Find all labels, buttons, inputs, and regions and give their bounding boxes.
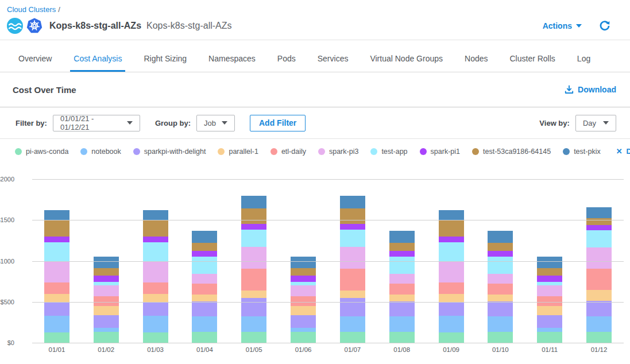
- bar-segment-notebook[interactable]: [44, 316, 69, 332]
- bar-segment-sparkpi-with-delight[interactable]: [241, 298, 266, 316]
- stacked-bar-01/09[interactable]: [439, 210, 464, 343]
- stacked-bar-01/10[interactable]: [488, 231, 513, 343]
- refresh-button[interactable]: [599, 20, 610, 32]
- stacked-bar-01/05[interactable]: [241, 196, 266, 343]
- bar-segment-test-pkix[interactable]: [488, 231, 513, 243]
- bar-segment-test-app[interactable]: [586, 230, 612, 247]
- bar-segment-pi-aws-conda[interactable]: [192, 332, 217, 343]
- tab-services[interactable]: Services: [314, 40, 352, 72]
- bar-segment-parallel-1[interactable]: [488, 295, 513, 301]
- bar-segment-pi-aws-conda[interactable]: [586, 332, 612, 343]
- bar-segment-etl-daily[interactable]: [192, 284, 217, 295]
- tab-right-sizing[interactable]: Right Sizing: [140, 40, 190, 72]
- bar-segment-parallel-1[interactable]: [439, 294, 464, 302]
- bar-segment-pi-aws-conda[interactable]: [241, 332, 266, 343]
- bar-segment-test-53ca9186-64145[interactable]: [143, 220, 168, 237]
- bar-segment-parallel-1[interactable]: [143, 294, 168, 302]
- bar-segment-sparkpi-with-delight[interactable]: [439, 302, 464, 316]
- bar-segment-etl-daily[interactable]: [94, 296, 119, 306]
- tab-namespaces[interactable]: Namespaces: [205, 40, 259, 72]
- tab-pods[interactable]: Pods: [274, 40, 299, 72]
- bar-segment-pi-aws-conda[interactable]: [537, 332, 562, 343]
- download-button[interactable]: Download: [565, 85, 616, 94]
- deselect-all-button[interactable]: ✕Deselect All: [616, 147, 630, 156]
- bar-segment-test-53ca9186-64145[interactable]: [44, 220, 69, 237]
- bar-segment-pi-aws-conda[interactable]: [143, 332, 168, 343]
- bar-segment-test-pkix[interactable]: [44, 210, 69, 220]
- bar-segment-spark-pi3[interactable]: [143, 261, 168, 283]
- bar-segment-parallel-1[interactable]: [389, 295, 415, 301]
- bar-segment-parallel-1[interactable]: [340, 291, 365, 299]
- bar-segment-spark-pi3[interactable]: [340, 247, 365, 269]
- bar-segment-spark-pi1[interactable]: [44, 237, 69, 242]
- legend-item-notebook[interactable]: notebook: [80, 148, 121, 156]
- bar-segment-spark-pi1[interactable]: [586, 225, 612, 230]
- bar-segment-spark-pi3[interactable]: [241, 247, 266, 269]
- bar-segment-parallel-1[interactable]: [192, 295, 217, 301]
- stacked-bar-01/04[interactable]: [192, 231, 217, 343]
- bar-segment-test-53ca9186-64145[interactable]: [340, 208, 365, 223]
- bar-segment-sparkpi-with-delight[interactable]: [143, 302, 168, 316]
- bar-segment-notebook[interactable]: [241, 316, 266, 332]
- bar-segment-spark-pi1[interactable]: [537, 276, 562, 282]
- legend-item-spark-pi3[interactable]: spark-pi3: [318, 148, 358, 156]
- bar-segment-test-53ca9186-64145[interactable]: [291, 268, 316, 276]
- legend-item-test-53ca9186-64145[interactable]: test-53ca9186-64145: [472, 148, 551, 156]
- bar-segment-pi-aws-conda[interactable]: [389, 332, 415, 343]
- bar-segment-test-53ca9186-64145[interactable]: [439, 220, 464, 237]
- breadcrumb-cloud-clusters-link[interactable]: Cloud Clusters: [7, 5, 56, 14]
- bar-segment-spark-pi1[interactable]: [340, 224, 365, 230]
- bar-segment-etl-daily[interactable]: [439, 282, 464, 293]
- bar-segment-pi-aws-conda[interactable]: [340, 332, 365, 343]
- bar-segment-spark-pi3[interactable]: [94, 285, 119, 296]
- bar-segment-test-pkix[interactable]: [94, 257, 119, 268]
- bar-segment-spark-pi3[interactable]: [537, 285, 562, 296]
- bar-segment-parallel-1[interactable]: [94, 306, 119, 315]
- bar-segment-etl-daily[interactable]: [291, 296, 316, 306]
- actions-button[interactable]: Actions: [543, 21, 582, 30]
- bar-segment-test-53ca9186-64145[interactable]: [94, 268, 119, 276]
- bar-segment-sparkpi-with-delight[interactable]: [586, 301, 612, 316]
- tab-cost-analysis[interactable]: Cost Analysis: [70, 40, 125, 72]
- bar-segment-spark-pi1[interactable]: [192, 251, 217, 257]
- bar-segment-sparkpi-with-delight[interactable]: [537, 315, 562, 328]
- bar-segment-spark-pi1[interactable]: [143, 237, 168, 242]
- bar-segment-test-53ca9186-64145[interactable]: [537, 268, 562, 276]
- bar-segment-spark-pi1[interactable]: [241, 224, 266, 230]
- bar-segment-test-pkix[interactable]: [143, 210, 168, 220]
- bar-segment-test-53ca9186-64145[interactable]: [389, 243, 415, 251]
- bar-segment-pi-aws-conda[interactable]: [439, 332, 464, 343]
- bar-segment-etl-daily[interactable]: [537, 296, 562, 306]
- bar-segment-parallel-1[interactable]: [291, 306, 316, 315]
- bar-segment-test-pkix[interactable]: [586, 207, 612, 219]
- bar-segment-sparkpi-with-delight[interactable]: [488, 301, 513, 316]
- bar-segment-notebook[interactable]: [94, 328, 119, 332]
- bar-segment-etl-daily[interactable]: [389, 284, 415, 295]
- bar-segment-test-pkix[interactable]: [389, 231, 415, 243]
- bar-segment-spark-pi3[interactable]: [439, 261, 464, 283]
- bar-segment-test-pkix[interactable]: [241, 196, 266, 209]
- tab-virtual-node-groups[interactable]: Virtual Node Groups: [366, 40, 446, 72]
- legend-item-spark-pi1[interactable]: spark-pi1: [420, 148, 460, 156]
- tab-log[interactable]: Log: [574, 40, 594, 72]
- stacked-bar-01/07[interactable]: [340, 196, 365, 343]
- bar-segment-notebook[interactable]: [439, 316, 464, 332]
- view-by-select[interactable]: Day: [575, 115, 616, 131]
- tab-overview[interactable]: Overview: [15, 40, 55, 72]
- bar-segment-test-app[interactable]: [143, 242, 168, 261]
- bar-segment-notebook[interactable]: [586, 316, 612, 332]
- bar-segment-etl-daily[interactable]: [241, 269, 266, 291]
- bar-segment-spark-pi3[interactable]: [586, 247, 612, 269]
- bar-segment-parallel-1[interactable]: [241, 291, 266, 299]
- bar-segment-spark-pi3[interactable]: [291, 285, 316, 296]
- bar-segment-test-app[interactable]: [44, 242, 69, 261]
- add-filter-button[interactable]: Add Filter: [250, 115, 306, 131]
- bar-segment-parallel-1[interactable]: [537, 306, 562, 315]
- bar-segment-spark-pi1[interactable]: [94, 276, 119, 282]
- bar-segment-test-pkix[interactable]: [340, 196, 365, 209]
- bar-segment-test-pkix[interactable]: [291, 257, 316, 268]
- bar-segment-sparkpi-with-delight[interactable]: [44, 302, 69, 316]
- bar-segment-test-app[interactable]: [241, 230, 266, 247]
- legend-item-etl-daily[interactable]: etl-daily: [270, 148, 306, 156]
- bar-segment-pi-aws-conda[interactable]: [94, 332, 119, 343]
